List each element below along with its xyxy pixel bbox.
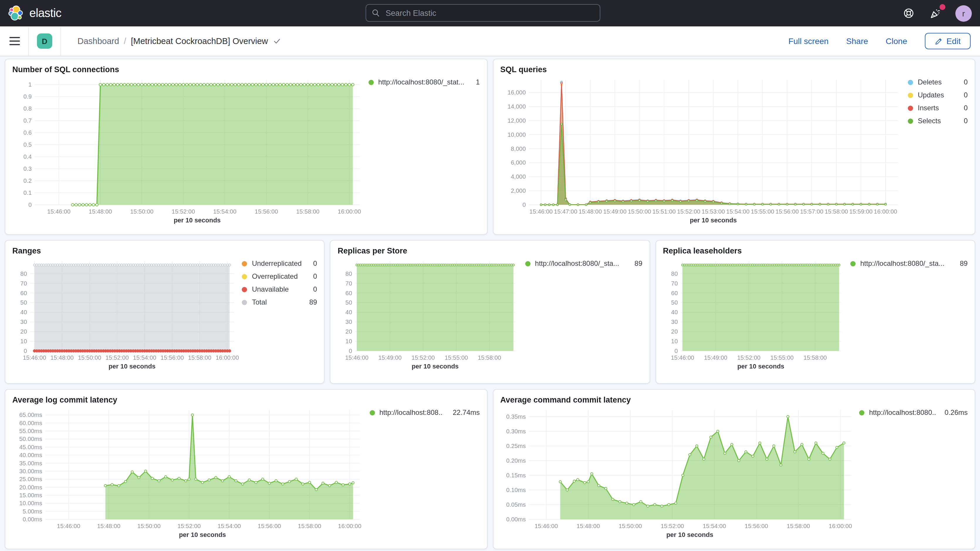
space-badge[interactable]: D <box>37 33 52 49</box>
svg-text:30: 30 <box>671 318 678 325</box>
svg-text:0.30ms: 0.30ms <box>506 428 525 435</box>
chart-sql-queries[interactable]: 02,0004,0006,0008,00010,00012,00014,0001… <box>500 75 902 225</box>
svg-text:45.00ms: 45.00ms <box>19 444 42 451</box>
svg-text:15:47:00: 15:47:00 <box>554 208 577 215</box>
legend-item[interactable]: http://localhost:8080/_stat...1 <box>368 78 480 86</box>
svg-text:1: 1 <box>29 81 32 88</box>
breadcrumb-dashboard-link[interactable]: Dashboard <box>78 37 119 46</box>
svg-text:0.5: 0.5 <box>24 142 32 148</box>
whats-new-button[interactable] <box>928 6 942 20</box>
panel-title: Replicas per Store <box>338 247 643 255</box>
svg-text:40.00ms: 40.00ms <box>19 452 42 458</box>
full-screen-button[interactable]: Full screen <box>788 37 829 46</box>
svg-text:6,000: 6,000 <box>511 159 525 166</box>
legend-item[interactable]: Selects0 <box>908 117 968 125</box>
svg-text:15:58:00: 15:58:00 <box>298 523 321 529</box>
svg-text:0.05ms: 0.05ms <box>506 502 525 508</box>
svg-text:15:50:00: 15:50:00 <box>78 354 101 361</box>
svg-text:per 10 seconds: per 10 seconds <box>412 363 459 370</box>
legend-item[interactable]: Overreplicated0 <box>242 272 317 280</box>
legend-value: 0 <box>959 117 968 125</box>
chart-replica-leaseholders[interactable]: 0102030405060708015:46:0015:49:0015:52:0… <box>663 256 845 371</box>
svg-text:0: 0 <box>349 348 352 354</box>
legend-dot-icon <box>242 287 247 292</box>
legend-item[interactable]: Deletes0 <box>908 78 968 86</box>
svg-text:35.00ms: 35.00ms <box>19 460 42 467</box>
chart-legend: http://localhost:8080/_stat...1 <box>368 75 480 86</box>
svg-text:15:58:00: 15:58:00 <box>786 523 810 529</box>
elastic-logo-group[interactable]: elastic <box>8 5 61 21</box>
legend-value: 89 <box>630 260 643 268</box>
legend-item[interactable]: Underreplicated0 <box>242 260 317 268</box>
svg-text:15:50:00: 15:50:00 <box>130 208 153 215</box>
help-button[interactable] <box>901 6 915 20</box>
svg-text:14,000: 14,000 <box>508 103 525 110</box>
svg-text:80: 80 <box>20 271 27 277</box>
clone-button[interactable]: Clone <box>886 37 907 46</box>
chart-avg-log-commit-latency[interactable]: 0.00ms5.00ms10.00ms15.00ms20.00ms25.00ms… <box>12 406 364 539</box>
edit-button[interactable]: Edit <box>925 33 970 49</box>
svg-text:70: 70 <box>346 280 352 287</box>
legend-label: Unavailable <box>252 285 289 293</box>
legend-dot-icon <box>908 80 913 85</box>
svg-text:60: 60 <box>20 290 27 296</box>
svg-text:0.3: 0.3 <box>24 166 32 172</box>
svg-text:15:56:00: 15:56:00 <box>258 523 281 529</box>
legend-item[interactable]: http://localhost:8080/_sta...89 <box>525 260 642 268</box>
svg-text:16:00:00: 16:00:00 <box>338 523 361 529</box>
legend-item[interactable]: Total89 <box>242 298 317 306</box>
legend-dot-icon <box>850 261 856 266</box>
legend-value: 0 <box>309 260 317 268</box>
pencil-icon <box>935 37 942 45</box>
legend-label: http://localhost:8080/_sta... <box>860 260 945 268</box>
legend-value: 0.26ms <box>940 408 968 417</box>
share-button[interactable]: Share <box>846 37 868 46</box>
chart-sql-connections[interactable]: 00.10.20.30.40.50.60.70.80.9115:46:0015:… <box>12 75 364 225</box>
legend-dot-icon <box>369 410 375 415</box>
menu-button[interactable] <box>10 37 20 46</box>
user-avatar[interactable]: r <box>955 5 972 21</box>
svg-text:50: 50 <box>346 299 352 306</box>
svg-text:15:58:00: 15:58:00 <box>803 354 827 361</box>
legend-value: 0 <box>959 78 968 86</box>
svg-text:15:52:00: 15:52:00 <box>412 354 435 361</box>
svg-text:15:46:00: 15:46:00 <box>57 523 80 529</box>
chart-replicas-per-store[interactable]: 0102030405060708015:46:0015:49:0015:52:0… <box>338 256 520 371</box>
svg-text:15:51:00: 15:51:00 <box>652 208 675 215</box>
legend-item[interactable]: http://localhost:8080...0.26ms <box>859 408 968 417</box>
title-check-icon[interactable] <box>272 37 281 45</box>
svg-text:15:54:00: 15:54:00 <box>133 354 156 361</box>
svg-text:15:55:00: 15:55:00 <box>445 354 468 361</box>
legend-item[interactable]: http://localhost:8080/_sta...89 <box>850 260 968 268</box>
svg-text:16,000: 16,000 <box>508 89 525 96</box>
search-icon <box>372 9 380 17</box>
svg-text:15:46:00: 15:46:00 <box>534 523 557 529</box>
svg-text:12,000: 12,000 <box>508 117 525 124</box>
svg-text:50.00ms: 50.00ms <box>19 436 42 442</box>
legend-item[interactable]: Unavailable0 <box>242 285 317 293</box>
global-search[interactable] <box>366 4 600 22</box>
legend-item[interactable]: Inserts0 <box>908 104 968 112</box>
chart-avg-command-commit-latency[interactable]: 0.00ms0.05ms0.10ms0.15ms0.20ms0.25ms0.30… <box>500 406 855 539</box>
svg-text:25.00ms: 25.00ms <box>19 476 42 483</box>
svg-text:15:59:00: 15:59:00 <box>849 208 872 215</box>
svg-text:15:49:00: 15:49:00 <box>704 354 727 361</box>
legend-item[interactable]: Updates0 <box>908 91 968 99</box>
svg-text:30: 30 <box>346 318 352 325</box>
svg-text:per 10 seconds: per 10 seconds <box>666 531 713 538</box>
svg-text:0.1: 0.1 <box>24 190 32 196</box>
chart-ranges[interactable]: 0102030405060708015:46:0015:48:0015:50:0… <box>12 256 239 371</box>
legend-label: Selects <box>918 117 941 125</box>
legend-dot-icon <box>368 80 374 85</box>
svg-text:15:46:00: 15:46:00 <box>671 354 694 361</box>
svg-text:0.6: 0.6 <box>24 129 32 136</box>
panel-title: Ranges <box>12 247 317 255</box>
svg-text:15:50:00: 15:50:00 <box>619 523 642 529</box>
panel-avg-log-commit-latency: Average log commit latency 0.00ms5.00ms1… <box>5 389 487 549</box>
svg-text:40: 40 <box>346 309 352 315</box>
svg-text:4,000: 4,000 <box>511 174 525 180</box>
legend-label: Updates <box>918 91 944 99</box>
legend-item[interactable]: http://localhost:808...22.74ms <box>369 408 480 417</box>
search-input[interactable] <box>384 8 594 18</box>
svg-text:5.00ms: 5.00ms <box>22 508 42 514</box>
